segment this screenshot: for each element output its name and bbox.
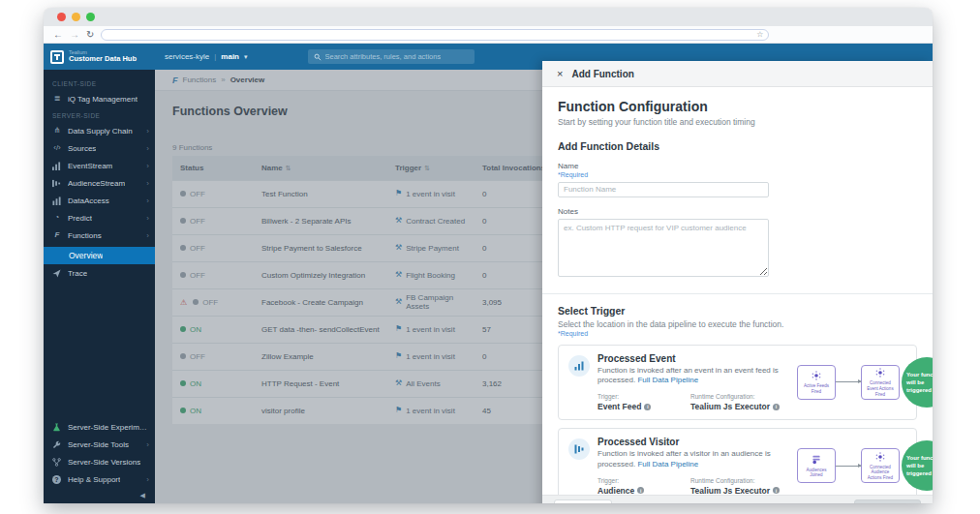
pipeline-diagram: Active Feeds Fired Connected Event Actio… [797,353,933,412]
trigger-point-bubble: Your function will be triggered here [902,357,933,408]
account-switcher[interactable]: services-kyle main [165,52,248,61]
pipeline-stage-box: Connected Event Actions Fired [861,365,900,400]
panel-body: Function Configuration Start by setting … [542,87,933,495]
reload-icon[interactable]: ↻ [86,30,94,40]
chevron-right-icon: › [146,231,149,240]
name-required-label: *Required [558,171,917,178]
chevron-right-icon: › [146,127,149,136]
info-icon[interactable] [644,404,651,410]
minimize-window-icon[interactable] [72,13,80,21]
stage-label: Active Feeds Fired [798,383,835,395]
sidebar-item-sources[interactable]: ‹/› Sources › [44,139,155,157]
sidebar-item-iq-tag-management[interactable]: ≣ iQ Tag Management [44,90,155,107]
full-data-pipeline-link[interactable]: Full Data Pipeline [637,376,698,384]
sidebar-item-functions[interactable]: F Functions › [44,227,155,244]
trigger-label: Trigger: [597,477,690,484]
brand-name: Customer Data Hub [69,55,137,63]
chevron-right-icon: › [146,179,149,188]
profile-name: services-kyle [165,52,209,61]
chart-icon [52,197,62,205]
continue-button[interactable]: Continue [854,499,921,504]
info-icon[interactable] [637,487,644,494]
arrow-icon [836,381,861,382]
supply-chain-icon: ⋔ [52,127,62,135]
trigger-value: Audience [597,486,634,495]
browser-titlebar [44,8,933,26]
tag-layers-icon: ≣ [52,95,62,103]
tealium-logo[interactable]: Tealium Customer Data Hub [44,44,155,70]
cancel-button[interactable]: Cancel [554,499,612,504]
close-icon[interactable]: × [557,69,563,79]
pipeline-stage-box: Connected Audience Actions Fired [861,448,900,483]
stage-label: Audiences Joined [798,468,835,479]
name-label: Name [558,162,917,170]
node-icon [874,367,886,378]
config-subtitle: Start by setting your function title and… [558,117,917,127]
search-icon [314,53,322,61]
close-window-icon[interactable] [57,13,66,21]
trigger-card-processed-event[interactable]: Processed Event Function is invoked afte… [558,345,917,421]
sidebar-item-predict[interactable]: ◔ Predict › [44,209,155,227]
wrench-icon [52,440,62,449]
config-heading: Function Configuration [558,99,917,114]
node-icon [811,370,822,381]
sidebar: CLIENT-SIDE ≣ iQ Tag Management SERVER-S… [44,70,155,503]
stage-label: Connected Audience Actions Fired [862,465,899,482]
pipeline-stage-box: Active Feeds Fired [797,365,836,400]
runtime-label: Runtime Configuration: [690,393,783,400]
paper-plane-icon [52,269,62,278]
bars-icon [52,162,62,170]
divider [214,52,216,61]
chevron-right-icon: › [146,197,149,205]
sidebar-item-functions-overview[interactable]: Overview [44,247,155,264]
sidebar-item-server-side-versions[interactable]: Server-Side Versions [44,453,155,470]
browser-window: ← → ↻ ☆ Tealium Customer Data Hub servic… [44,8,933,503]
global-search-input[interactable]: Search attributes, rules, and actions [308,49,475,64]
event-bars-icon [568,355,590,377]
audience-bars-icon [568,438,590,460]
back-icon[interactable]: ← [53,30,63,40]
sidebar-item-server-side-experiments[interactable]: Server-Side Experiments [44,418,155,436]
node-icon [874,451,886,463]
forward-icon[interactable]: → [70,30,79,40]
chevron-right-icon: › [146,214,149,223]
notes-label: Notes [558,207,917,216]
modal-dim-overlay [155,70,586,503]
trigger-card-processed-visitor[interactable]: Processed Visitor Function is invoked af… [558,428,917,495]
bookmark-star-icon[interactable]: ☆ [756,31,763,39]
function-name-input[interactable] [558,182,769,197]
section-label-client-side: CLIENT-SIDE [44,76,155,90]
help-icon: ? [52,475,62,484]
panel-title: Add Function [571,69,633,79]
sidebar-item-dataaccess[interactable]: DataAccess › [44,192,155,209]
sidebar-collapse-button[interactable]: ◀ [44,488,155,503]
chevron-right-icon: › [146,162,149,170]
address-bar[interactable]: ☆ [101,29,769,41]
trigger-value: Event Feed [597,402,641,411]
sidebar-item-server-side-tools[interactable]: Server-Side Tools › [44,436,155,453]
panel-footer: Cancel Continue [542,495,933,503]
maximize-window-icon[interactable] [86,13,95,21]
sidebar-item-help-support[interactable]: ? Help & Support › [44,470,155,488]
code-icon: ‹/› [52,144,62,152]
stage-label: Connected Event Actions Fired [862,380,899,398]
chevron-right-icon: › [146,475,149,484]
info-icon[interactable] [773,404,780,410]
browser-toolbar: ← → ↻ ☆ [44,26,933,44]
info-icon[interactable] [773,487,780,494]
section-label-server-side: SERVER-SIDE [44,107,155,122]
sidebar-spacer [44,282,155,418]
full-data-pipeline-link[interactable]: Full Data Pipeline [637,460,698,469]
add-function-panel: × Add Function Function Configuration St… [542,61,933,503]
notes-textarea[interactable] [558,219,769,277]
sidebar-item-trace[interactable]: Trace [44,264,155,282]
pipeline-stage-box: Audiences Joined [797,448,836,483]
functions-icon: F [52,231,62,239]
card-title: Processed Event [597,353,789,364]
sidebar-item-audiencestream[interactable]: AudienceStream › [44,174,155,192]
sidebar-item-eventstream[interactable]: EventStream › [44,157,155,174]
audience-node-icon [811,454,822,466]
pipeline-diagram: Audiences Joined Connected Audience Acti… [797,437,933,495]
runtime-label: Runtime Configuration: [690,477,783,484]
sidebar-item-data-supply-chain[interactable]: ⋔ Data Supply Chain › [44,122,155,139]
